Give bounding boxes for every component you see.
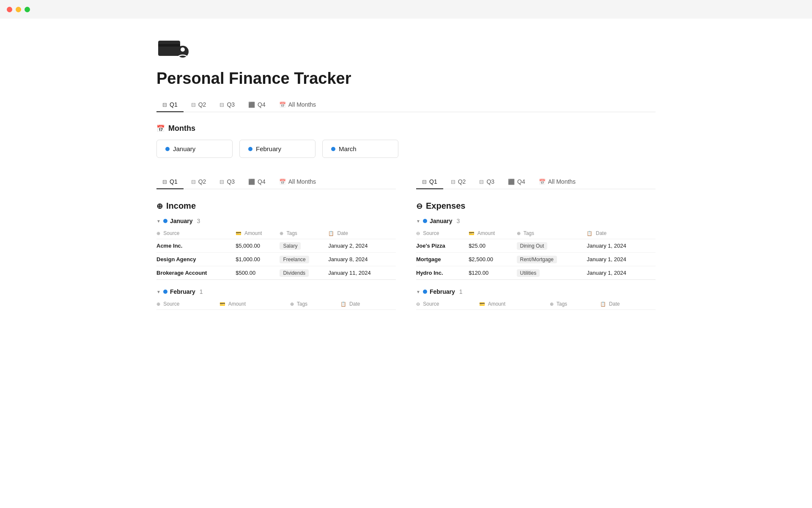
expenses-tab-all[interactable]: 📅 All Months bbox=[533, 175, 582, 189]
amount-icon-2: 💳 bbox=[219, 301, 225, 307]
expenses-february-table: ⊖ Source 💳 Amount ⊕ Tags 📋 bbox=[416, 298, 656, 310]
tab-q1-icon: ⊟ bbox=[162, 102, 167, 108]
income-tab-all-icon: 📅 bbox=[279, 179, 286, 185]
table-row[interactable]: Joe's Pizza $25.00 Dining Out January 1,… bbox=[416, 239, 656, 253]
month-card-february[interactable]: February bbox=[239, 140, 315, 158]
expenses-tab-q3[interactable]: ⊟ Q3 bbox=[473, 175, 500, 189]
expenses-amount-icon-2: 💳 bbox=[479, 301, 485, 307]
tab-q4[interactable]: ⬛ Q4 bbox=[242, 98, 272, 112]
expenses-date-2: January 1, 2024 bbox=[587, 253, 656, 266]
income-tab-q2-icon: ⊟ bbox=[191, 179, 196, 185]
tab-q2[interactable]: ⊟ Q2 bbox=[185, 98, 212, 112]
table-row[interactable]: Hydro Inc. $120.00 Utilities January 1, … bbox=[416, 266, 656, 280]
income-title: ⊕ Income bbox=[156, 201, 396, 211]
expenses-amount-icon: 💳 bbox=[469, 231, 475, 236]
income-icon: ⊕ bbox=[156, 202, 163, 211]
expenses-tab-all-icon: 📅 bbox=[539, 179, 546, 185]
table-row[interactable]: Brokerage Account $500.00 Dividends Janu… bbox=[156, 266, 396, 280]
top-tabs: ⊟ Q1 ⊟ Q2 ⊟ Q3 ⬛ Q4 📅 All Months bbox=[156, 98, 656, 112]
income-tab-q4[interactable]: ⬛ Q4 bbox=[242, 175, 272, 189]
income-tag-2: Freelance bbox=[280, 253, 328, 266]
table-row[interactable]: Design Agency $1,000.00 Freelance Januar… bbox=[156, 253, 396, 266]
month-dot-january bbox=[165, 147, 170, 151]
income-source-3: Brokerage Account bbox=[156, 266, 236, 280]
close-button[interactable] bbox=[7, 7, 12, 12]
expenses-feb-col-tags: ⊕ Tags bbox=[550, 298, 600, 310]
tab-q1[interactable]: ⊟ Q1 bbox=[156, 98, 184, 112]
expenses-col-source: ⊖ Source bbox=[416, 228, 469, 239]
expenses-tab-q1-icon: ⊟ bbox=[422, 179, 427, 185]
income-amount-3: $500.00 bbox=[236, 266, 280, 280]
chevron-down-icon: ▼ bbox=[416, 290, 420, 294]
income-tab-q1[interactable]: ⊟ Q1 bbox=[156, 175, 184, 189]
expenses-tags-icon: ⊕ bbox=[517, 231, 521, 236]
expenses-tab-q3-icon: ⊟ bbox=[479, 179, 484, 185]
expenses-dot-feb bbox=[423, 290, 427, 294]
expenses-source-2: Mortgage bbox=[416, 253, 469, 266]
income-tag-1: Salary bbox=[280, 239, 328, 253]
svg-point-3 bbox=[181, 47, 185, 52]
expenses-tag-1: Dining Out bbox=[517, 239, 587, 253]
expenses-source-1: Joe's Pizza bbox=[416, 239, 469, 253]
income-section: ⊟ Q1 ⊟ Q2 ⊟ Q3 ⬛ Q4 📅 All Months bbox=[156, 175, 396, 310]
source-add-icon-2: ⊕ bbox=[156, 301, 160, 307]
income-amount-1: $5,000.00 bbox=[236, 239, 280, 253]
expenses-source-icon: ⊖ bbox=[416, 231, 420, 236]
expenses-feb-col-source: ⊖ Source bbox=[416, 298, 479, 310]
income-col-source: ⊕ Source bbox=[156, 228, 236, 239]
tab-q3[interactable]: ⊟ Q3 bbox=[214, 98, 241, 112]
income-col-date: 📋 Date bbox=[328, 228, 396, 239]
income-tab-q2[interactable]: ⊟ Q2 bbox=[185, 175, 212, 189]
date-icon: 📋 bbox=[328, 231, 334, 236]
income-group-january[interactable]: ▼ January 3 bbox=[156, 218, 396, 224]
chevron-down-icon: ▼ bbox=[156, 219, 161, 224]
expenses-group-february[interactable]: ▼ February 1 bbox=[416, 288, 656, 295]
expenses-date-icon-2: 📋 bbox=[600, 301, 606, 307]
group-dot-feb bbox=[163, 290, 167, 294]
expenses-group-january[interactable]: ▼ January 3 bbox=[416, 218, 656, 224]
income-table-header: ⊕ Source 💳 Amount ⊕ Tags 📋 bbox=[156, 228, 396, 239]
month-dot-march bbox=[331, 147, 335, 151]
income-tab-q3-icon: ⊟ bbox=[219, 179, 224, 185]
income-col-amount: 💳 Amount bbox=[236, 228, 280, 239]
month-card-march[interactable]: March bbox=[322, 140, 398, 158]
table-row[interactable]: Mortgage $2,500.00 Rent/Mortgage January… bbox=[416, 253, 656, 266]
income-expenses-layout: ⊟ Q1 ⊟ Q2 ⊟ Q3 ⬛ Q4 📅 All Months bbox=[156, 175, 656, 310]
months-section: 📅 Months January February March bbox=[156, 124, 656, 158]
expenses-tag-2: Rent/Mortgage bbox=[517, 253, 587, 266]
expenses-section: ⊟ Q1 ⊟ Q2 ⊟ Q3 ⬛ Q4 📅 All Months bbox=[416, 175, 656, 310]
month-card-january[interactable]: January bbox=[156, 140, 233, 158]
maximize-button[interactable] bbox=[25, 7, 30, 12]
expenses-feb-col-date: 📋 Date bbox=[600, 298, 656, 310]
expenses-tab-q1[interactable]: ⊟ Q1 bbox=[416, 175, 443, 189]
income-group-february[interactable]: ▼ February 1 bbox=[156, 288, 396, 295]
income-tab-all[interactable]: 📅 All Months bbox=[273, 175, 322, 189]
tags-icon-2: ⊕ bbox=[290, 301, 294, 307]
amount-icon: 💳 bbox=[236, 231, 241, 236]
tab-q2-icon: ⊟ bbox=[191, 102, 196, 108]
tab-allmonths-icon: 📅 bbox=[279, 102, 286, 108]
minimize-button[interactable] bbox=[16, 7, 21, 12]
expenses-date-1: January 1, 2024 bbox=[587, 239, 656, 253]
chevron-down-icon: ▼ bbox=[156, 290, 161, 294]
titlebar bbox=[0, 0, 812, 19]
expenses-tags-icon-2: ⊕ bbox=[550, 301, 554, 307]
table-row[interactable]: Acme Inc. $5,000.00 Salary January 2, 20… bbox=[156, 239, 396, 253]
tags-icon: ⊕ bbox=[280, 231, 283, 236]
income-tab-q3[interactable]: ⊟ Q3 bbox=[214, 175, 241, 189]
income-tab-q4-icon: ⬛ bbox=[248, 179, 255, 185]
income-tabs: ⊟ Q1 ⊟ Q2 ⊟ Q3 ⬛ Q4 📅 All Months bbox=[156, 175, 396, 189]
income-source-2: Design Agency bbox=[156, 253, 236, 266]
expenses-tab-q2[interactable]: ⊟ Q2 bbox=[445, 175, 472, 189]
income-february-table: ⊕ Source 💳 Amount ⊕ Tags 📋 bbox=[156, 298, 396, 310]
expenses-january-table: ⊖ Source 💳 Amount ⊕ Tags 📋 bbox=[416, 228, 656, 280]
income-feb-col-source: ⊕ Source bbox=[156, 298, 219, 310]
expenses-table-header: ⊖ Source 💳 Amount ⊕ Tags 📋 bbox=[416, 228, 656, 239]
tab-all-months[interactable]: 📅 All Months bbox=[273, 98, 322, 112]
expenses-amount-1: $25.00 bbox=[469, 239, 516, 253]
group-dot-jan bbox=[163, 219, 167, 223]
expenses-tab-q4[interactable]: ⬛ Q4 bbox=[502, 175, 531, 189]
expenses-feb-header: ⊖ Source 💳 Amount ⊕ Tags 📋 bbox=[416, 298, 656, 310]
income-january-table: ⊕ Source 💳 Amount ⊕ Tags 📋 bbox=[156, 228, 396, 280]
expenses-date-3: January 1, 2024 bbox=[587, 266, 656, 280]
